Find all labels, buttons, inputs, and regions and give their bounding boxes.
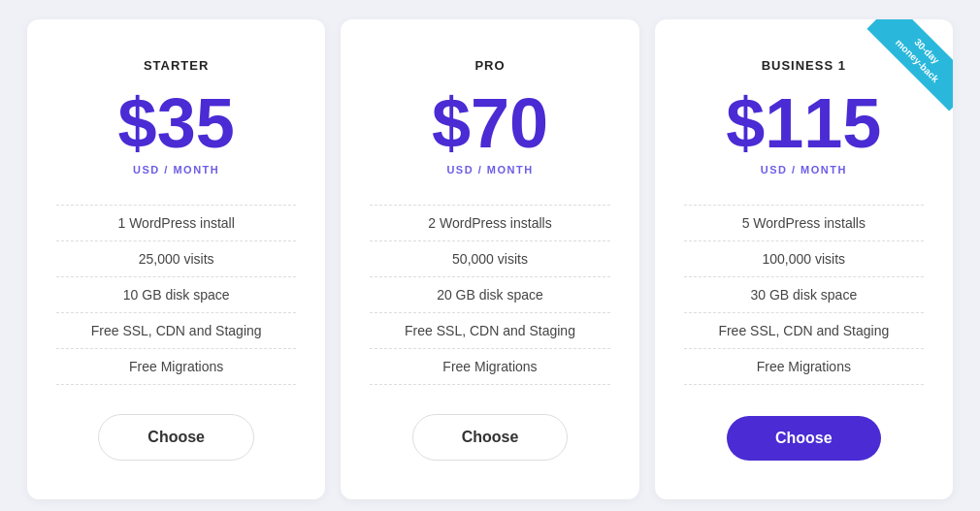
feature-item-3: Free SSL, CDN and Staging — [684, 313, 924, 349]
feature-item-4: Free Migrations — [56, 349, 296, 385]
plan-period-business1: USD / MONTH — [761, 164, 847, 176]
feature-item-1: 50,000 visits — [370, 241, 609, 277]
choose-button-starter[interactable]: Choose — [98, 414, 254, 461]
plan-name-pro: PRO — [474, 58, 505, 73]
plan-card-business1: 30-daymoney-back BUSINESS 1 $115 USD / M… — [655, 19, 953, 499]
feature-item-0: 2 WordPress installs — [370, 205, 609, 241]
ribbon-text: 30-daymoney-back — [866, 19, 953, 112]
feature-item-3: Free SSL, CDN and Staging — [56, 313, 296, 349]
plan-features-starter: 1 WordPress install 25,000 visits 10 GB … — [56, 205, 296, 385]
plan-features-business1: 5 WordPress installs 100,000 visits 30 G… — [684, 205, 924, 387]
plan-name-business1: BUSINESS 1 — [762, 58, 846, 73]
plan-price-starter: $35 — [118, 88, 235, 158]
plan-card-starter: STARTER $35 USD / MONTH 1 WordPress inst… — [27, 19, 325, 499]
choose-button-business1[interactable]: Choose — [727, 416, 881, 461]
pricing-container: STARTER $35 USD / MONTH 1 WordPress inst… — [19, 19, 961, 499]
plan-price-pro: $70 — [432, 88, 548, 158]
feature-item-0: 5 WordPress installs — [684, 205, 924, 241]
feature-item-1: 100,000 visits — [684, 241, 924, 277]
plan-features-pro: 2 WordPress installs 50,000 visits 20 GB… — [370, 205, 609, 385]
feature-item-0: 1 WordPress install — [56, 205, 296, 241]
plan-period-pro: USD / MONTH — [446, 164, 533, 176]
feature-item-1: 25,000 visits — [56, 241, 296, 277]
feature-item-2: 30 GB disk space — [684, 277, 924, 313]
plan-card-pro: PRO $70 USD / MONTH 2 WordPress installs… — [341, 19, 638, 499]
ribbon: 30-daymoney-back — [846, 19, 953, 126]
feature-item-3: Free SSL, CDN and Staging — [370, 313, 609, 349]
feature-item-4: Free Migrations — [684, 349, 924, 385]
feature-item-4: Free Migrations — [370, 349, 609, 385]
plan-period-starter: USD / MONTH — [133, 164, 219, 176]
plan-name-starter: STARTER — [144, 58, 209, 73]
feature-item-2: 20 GB disk space — [370, 277, 609, 313]
feature-item-2: 10 GB disk space — [56, 277, 296, 313]
choose-button-pro[interactable]: Choose — [412, 414, 569, 461]
